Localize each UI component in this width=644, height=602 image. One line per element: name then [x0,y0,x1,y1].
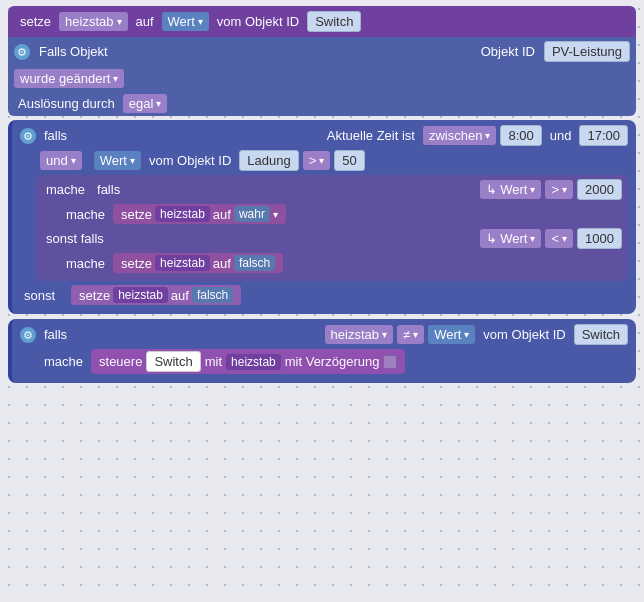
val50[interactable]: 50 [334,150,364,171]
steuere-block[interactable]: steuere Switch mit heizstab mit Verzöger… [91,349,405,374]
mache-label-1: mache [42,180,89,199]
mache-label-4: mache [40,352,87,371]
zwischen-tag[interactable]: zwischen [423,126,496,145]
auf-label-4: auf [171,288,189,303]
row-setze-1: setze heizstab auf Wert vom Objekt ID Sw… [8,6,636,37]
lt-tag[interactable]: < [545,229,573,248]
mache-falls-row: mache falls ↳ Wert > 2000 [42,179,622,200]
falsch-tag-1[interactable]: falsch [234,255,275,271]
vom-objekt-id-2: vom Objekt ID [145,151,235,170]
mit-label-1: mit [205,354,222,369]
auf-label-3: auf [213,256,231,271]
mache-label-2: mache [62,205,109,224]
gt-tag-2[interactable]: > [545,180,573,199]
wert-arrow-tag-1[interactable]: ↳ Wert [480,180,542,199]
aktuelle-zeit-label: Aktuelle Zeit ist [323,126,419,145]
sonst-label: sonst [20,286,59,305]
switch-val-1[interactable]: Switch [307,11,361,32]
mit-verzogerung-label: mit Verzögerung [285,354,380,369]
und-row: und Wert vom Objekt ID Ladung > 50 [40,150,628,171]
pv-leistung-val[interactable]: PV-Leistung [544,41,630,62]
steuere-label: steuere [99,354,142,369]
wert-tag-2[interactable]: Wert [94,151,141,170]
heizstab-tag-1[interactable]: heizstab [59,12,127,31]
mache-setze-falsch-row: mache setze heizstab auf falsch [62,253,622,273]
time2-val[interactable]: 17:00 [579,125,628,146]
gear-icon-3: ⚙ [20,327,36,343]
vom-objekt-id-3: vom Objekt ID [479,325,569,344]
setze-label-2: setze [121,207,152,222]
sonst-falls-label: sonst falls [42,229,108,248]
vom-objekt-id-1: vom Objekt ID [213,12,303,31]
falls-row-1: ⚙ falls Aktuelle Zeit ist zwischen 8:00 … [20,125,628,146]
falls-row-2: ⚙ falls heizstab ≠ Wert vom Objekt ID Sw… [20,324,628,345]
heizstab-sonst[interactable]: heizstab [113,287,168,303]
neq-tag[interactable]: ≠ [397,325,424,344]
time1-val[interactable]: 8:00 [500,125,541,146]
wurde-geandert-tag[interactable]: wurde geändert [14,69,124,88]
objekt-id-label: Objekt ID [477,42,539,61]
gear-icon-1: ⚙ [14,44,30,60]
falls-objekt-label: Falls Objekt [35,42,112,61]
wert-tag-3[interactable]: Wert [428,325,475,344]
falls-label-3: falls [40,325,71,344]
mache-setze-wahr-row: mache setze heizstab auf wahr [62,204,622,224]
egal-tag[interactable]: egal [123,94,168,113]
mache-label-3: mache [62,254,109,273]
setze-label-3: setze [121,256,152,271]
wahr-tag[interactable]: wahr [234,206,270,222]
sonst-falls-row: sonst falls ↳ Wert < 1000 [42,228,622,249]
setze-label-4: setze [79,288,110,303]
mache-steuere-row: mache steuere Switch mit heizstab mit Ve… [40,349,628,374]
setze-heizstab-tag-1[interactable]: setze heizstab auf wahr [113,204,286,224]
wert-tag-1[interactable]: Wert [162,12,209,31]
falsch-tag-2[interactable]: falsch [192,287,233,303]
checkbox-icon[interactable] [383,355,397,369]
switch-val-2[interactable]: Switch [574,324,628,345]
gt-tag-1[interactable]: > [303,151,331,170]
setze-label: setze [16,12,55,31]
switch-steuere-val[interactable]: Switch [146,351,200,372]
sonst-setze-block[interactable]: setze heizstab auf falsch [71,285,241,305]
val1000[interactable]: 1000 [577,228,622,249]
auf-label-2: auf [213,207,231,222]
falls-label-2: falls [93,180,124,199]
und-tag[interactable]: und [40,151,82,170]
auf-label-1: auf [132,12,158,31]
auslosung-label: Auslösung durch [14,94,119,113]
heizstab-inner-2[interactable]: heizstab [155,255,210,271]
gear-icon-2: ⚙ [20,128,36,144]
val2000[interactable]: 2000 [577,179,622,200]
und-label-1: und [546,126,576,145]
heizstab-inner-1[interactable]: heizstab [155,206,210,222]
falls-label-1: falls [40,126,71,145]
heizstab-steuere[interactable]: heizstab [226,354,281,370]
wert-arrow-tag-2[interactable]: ↳ Wert [480,229,542,248]
sonst-row: sonst setze heizstab auf falsch [20,285,628,305]
setze-heizstab-falsch[interactable]: setze heizstab auf falsch [113,253,283,273]
ladung-val[interactable]: Ladung [239,150,298,171]
heizstab-tag-2[interactable]: heizstab [325,325,393,344]
